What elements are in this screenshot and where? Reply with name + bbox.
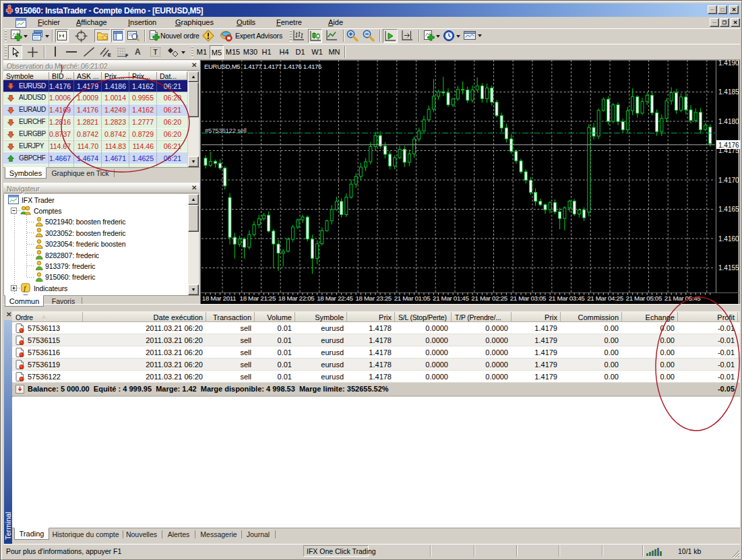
- svg-text:1.4176: 1.4176: [718, 142, 739, 149]
- svg-text:1.4170: 1.4170: [718, 177, 739, 184]
- svg-text:21 Mar 03:05: 21 Mar 03:05: [510, 294, 547, 302]
- svg-text:1.4165: 1.4165: [718, 206, 739, 213]
- svg-text:#57536122 sell: #57536122 sell: [205, 127, 247, 134]
- svg-text:EURUSD,M5 1.4177 1.4177 1.417: EURUSD,M5 1.4177 1.4177 1.4176 1.4176: [204, 63, 321, 70]
- svg-text:1.4155: 1.4155: [718, 264, 739, 272]
- svg-text:18 Mar 21:25: 18 Mar 21:25: [240, 294, 276, 302]
- svg-text:1.4190: 1.4190: [718, 60, 739, 67]
- svg-text:1.4180: 1.4180: [718, 118, 739, 125]
- svg-text:18 Mar 22:05: 18 Mar 22:05: [278, 294, 315, 302]
- svg-text:21 Mar 03:45: 21 Mar 03:45: [549, 294, 585, 302]
- svg-text:E: E: [108, 53, 111, 57]
- svg-text:21 Mar 01:05: 21 Mar 01:05: [394, 294, 431, 302]
- svg-text:F: F: [125, 53, 129, 58]
- svg-text:18 Mar 23:25: 18 Mar 23:25: [355, 294, 392, 302]
- svg-text:1.4185: 1.4185: [718, 88, 739, 96]
- svg-text:21 Mar 04:25: 21 Mar 04:25: [587, 294, 623, 302]
- svg-text:21 Mar 01:45: 21 Mar 01:45: [433, 294, 469, 302]
- svg-text:21 Mar 05:45: 21 Mar 05:45: [664, 294, 701, 302]
- svg-text:1.4160: 1.4160: [718, 235, 739, 243]
- svg-text:21 Mar 02:25: 21 Mar 02:25: [471, 294, 507, 302]
- svg-text:18 Mar 2011: 18 Mar 2011: [202, 294, 236, 302]
- svg-text:18 Mar 22:45: 18 Mar 22:45: [317, 294, 353, 302]
- svg-text:21 Mar 05:05: 21 Mar 05:05: [626, 294, 662, 302]
